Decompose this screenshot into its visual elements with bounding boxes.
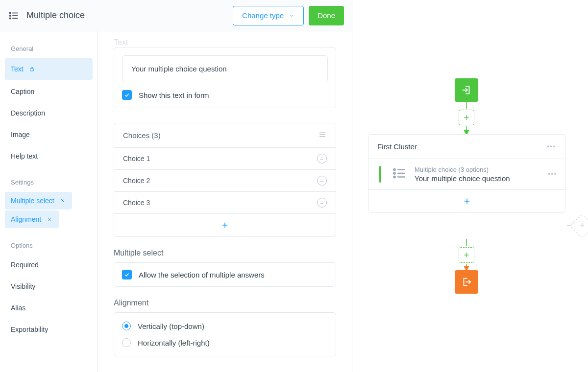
sidebar-item-description[interactable]: Description [0,102,98,124]
drag-handle-icon[interactable] [317,154,327,163]
choices-card: Choices (3) Choice 1 Choice 2 C [114,123,336,237]
cluster-question-row[interactable]: Multiple choice (3 options) Your multipl… [368,159,565,190]
cluster-title: First Cluster [377,142,417,151]
more-icon[interactable]: ••• [547,143,556,150]
alignment-card: Vertically (top-down) Horizontally (left… [114,312,336,356]
choice-label: Choice 2 [123,177,150,185]
sidebar-item-label: Alias [11,304,25,312]
allow-multiple-label: Allow the selection of multiple answers [139,271,265,279]
svg-point-29 [393,169,395,170]
section-label-alignment: Alignment [114,299,336,307]
plus-icon [220,221,229,230]
cluster-question-text: Your multiple choice question [415,174,540,183]
add-branch-button[interactable] [570,214,588,239]
close-icon[interactable] [46,216,53,223]
flow-end-node[interactable] [455,270,478,294]
accent-bar [379,166,381,183]
close-icon[interactable] [59,197,66,204]
section-label-text: Text [114,38,336,47]
plus-icon [463,251,470,259]
multiple-select-card: Allow the selection of multiple answers [114,262,336,287]
drag-handle-icon[interactable] [317,198,327,208]
sidebar-item-text[interactable]: Text [5,58,93,80]
add-node-button[interactable] [459,110,474,125]
choice-label: Choice 1 [123,155,150,163]
svg-point-4 [9,18,10,19]
sidebar-item-label: Required [11,261,39,269]
alignment-option-vertical[interactable]: Vertically (top-down) [122,318,328,334]
editor-header: Multiple choice Change type Done [0,0,352,31]
sidebar-item-help-text[interactable]: Help text [0,145,98,167]
plus-icon [463,114,470,121]
sidebar-item-caption[interactable]: Caption [0,81,98,102]
lock-icon [28,66,35,72]
cluster-add-button[interactable] [368,190,565,212]
cluster-card[interactable]: First Cluster ••• Multiple choice (3 opt… [368,134,565,213]
show-text-label: Show this text in form [139,91,209,99]
sidebar-item-label: Caption [11,88,34,95]
sidebar-item-label: Multiple select [11,197,54,205]
alignment-vertical-label: Vertically (top-down) [138,322,204,330]
svg-point-2 [9,15,10,16]
login-icon [461,85,472,95]
choice-label: Choice 3 [123,199,150,207]
choice-row[interactable]: Choice 2 [114,170,336,192]
change-type-button[interactable]: Change type [233,6,304,25]
radio-checked-icon [122,322,131,330]
sidebar-item-visibility[interactable]: Visibility [0,276,98,297]
chevron-down-icon [289,13,294,19]
sidebar-group-settings: Settings [0,174,98,191]
alignment-option-horizontal[interactable]: Horizontally (left-right) [122,334,328,351]
allow-multiple-checkbox[interactable] [122,270,132,279]
sidebar-item-label: Help text [11,152,38,160]
svg-point-31 [393,172,395,174]
cluster-question-meta: Multiple choice (3 options) [415,166,540,173]
alignment-horizontal-label: Horizontally (left-right) [138,339,210,347]
check-icon [124,92,130,98]
sidebar-item-label: Image [11,131,30,139]
done-button[interactable]: Done [309,6,344,25]
menu-icon[interactable] [318,130,327,140]
plus-icon [463,197,471,206]
text-card: Your multiple choice question Show this … [114,47,336,108]
choices-header-label: Choices (3) [123,131,161,140]
done-label: Done [318,11,335,20]
section-label-multiple-select: Multiple select [114,249,336,257]
question-text-input[interactable]: Your multiple choice question [122,55,328,82]
more-icon[interactable]: ••• [548,171,557,178]
multiple-choice-icon [8,10,20,22]
sidebar-item-alignment[interactable]: Alignment [5,210,59,228]
drag-handle-icon[interactable] [317,176,327,186]
radio-unchecked-icon [122,338,131,347]
add-choice-button[interactable] [114,214,336,236]
sidebar-item-multiple-select[interactable]: Multiple select [5,192,72,209]
sidebar-item-label: Visibility [11,282,35,290]
multiple-choice-icon [392,166,407,183]
sidebar-item-label: Alignment [11,215,41,223]
add-node-button[interactable] [459,247,474,263]
page-title: Multiple choice [26,10,85,21]
flow-start-node[interactable] [455,78,478,102]
choice-row[interactable]: Choice 1 [114,148,336,170]
svg-point-0 [9,12,10,13]
sidebar-item-alias[interactable]: Alias [0,297,98,319]
logout-icon [461,277,472,287]
sidebar-item-label: Text [11,65,24,73]
sidebar-item-label: Exportability [11,326,48,333]
sidebar-group-options: Options [0,237,98,254]
flow-canvas[interactable]: First Cluster ••• Multiple choice (3 opt… [352,0,588,372]
sidebar-group-general: General [0,40,98,57]
check-icon [124,272,130,278]
show-text-checkbox[interactable] [122,90,132,100]
editor-content: Text Your multiple choice question Show … [98,31,352,372]
svg-point-33 [393,176,395,178]
settings-sidebar: General Text Caption Description Image H… [0,31,98,372]
sidebar-item-label: Description [11,109,45,117]
plus-icon [579,222,586,229]
sidebar-item-image[interactable]: Image [0,124,98,145]
change-type-label: Change type [242,11,284,20]
choice-row[interactable]: Choice 3 [114,192,336,214]
sidebar-item-required[interactable]: Required [0,254,98,276]
sidebar-item-exportability[interactable]: Exportability [0,319,98,340]
svg-rect-6 [30,69,33,71]
